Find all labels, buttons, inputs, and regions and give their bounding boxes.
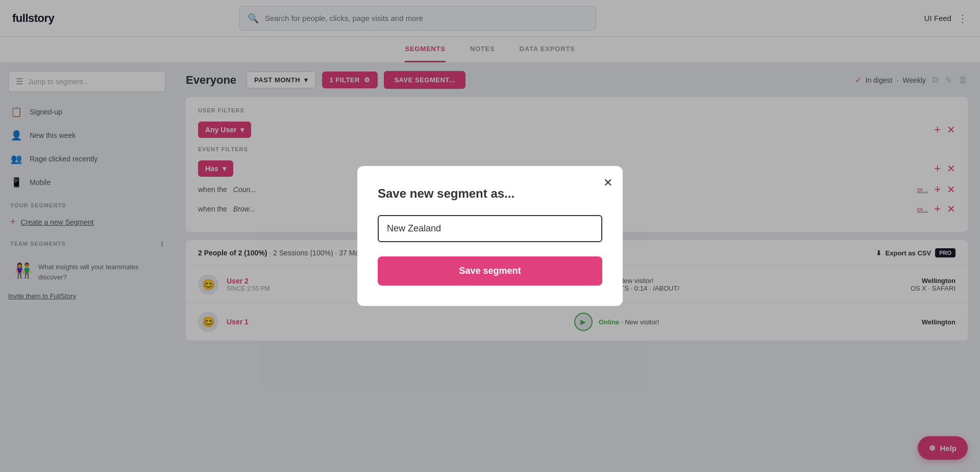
modal-save-button[interactable]: Save segment xyxy=(378,256,602,286)
modal-overlay: ✕ Save new segment as... Save segment xyxy=(0,0,980,472)
segment-name-input[interactable] xyxy=(378,215,602,242)
modal-close-button[interactable]: ✕ xyxy=(603,176,612,190)
modal-title: Save new segment as... xyxy=(378,186,602,201)
save-segment-modal: ✕ Save new segment as... Save segment xyxy=(357,166,623,306)
